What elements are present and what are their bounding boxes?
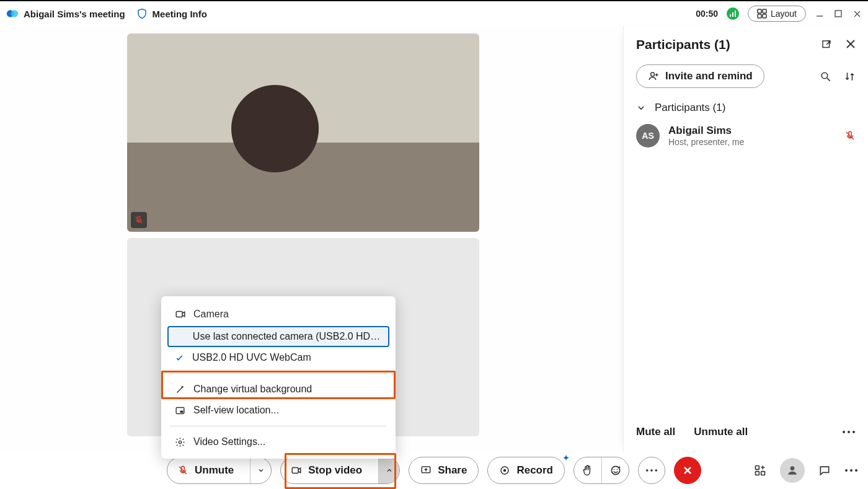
- meeting-info[interactable]: Meeting Info: [136, 8, 207, 19]
- participant-role: Host, presenter, me: [668, 137, 744, 147]
- svg-line-23: [827, 77, 830, 81]
- svg-point-45: [845, 469, 848, 472]
- shield-icon: [136, 8, 148, 19]
- layout-button[interactable]: Layout: [748, 6, 806, 22]
- svg-point-35: [616, 469, 618, 470]
- svg-point-27: [852, 431, 855, 433]
- menu-separator: [170, 373, 387, 374]
- svg-rect-18: [823, 41, 830, 48]
- svg-point-37: [650, 469, 653, 472]
- svg-rect-14: [176, 312, 182, 317]
- emoji-react-icon[interactable]: [601, 457, 629, 483]
- chevron-down-icon: [257, 467, 265, 474]
- share-label: Share: [438, 464, 467, 477]
- svg-rect-5: [758, 9, 761, 13]
- participants-toggle-button[interactable]: [780, 458, 805, 483]
- record-icon: [499, 465, 510, 476]
- chevron-down-icon: [636, 103, 646, 113]
- avatar: AS: [636, 124, 660, 148]
- window-close-icon[interactable]: [852, 9, 862, 19]
- participant-name: Abigail Sims: [668, 125, 744, 137]
- svg-rect-16: [180, 410, 184, 413]
- svg-rect-6: [763, 9, 766, 13]
- svg-point-36: [646, 469, 649, 472]
- titlebar-right: 00:50 Layout: [696, 6, 862, 22]
- person-icon: [786, 464, 799, 477]
- svg-point-17: [179, 441, 181, 443]
- meeting-info-label: Meeting Info: [153, 9, 207, 19]
- gear-icon: [175, 437, 185, 447]
- panel-more-icon[interactable]: [842, 430, 856, 434]
- svg-point-38: [655, 469, 657, 472]
- invite-and-remind-button[interactable]: Invite and remind: [636, 64, 764, 88]
- video-options-chevron[interactable]: [378, 457, 399, 483]
- svg-point-21: [651, 73, 655, 76]
- svg-rect-3: [732, 12, 733, 17]
- title-bar: Abigail Sims's meeting Meeting Info 00:5…: [0, 0, 868, 26]
- close-panel-icon[interactable]: [846, 39, 856, 50]
- participant-row[interactable]: AS Abigail Sims Host, presenter, me: [624, 119, 868, 152]
- self-view-label: Self-view location...: [193, 405, 279, 416]
- apps-icon[interactable]: [754, 464, 766, 477]
- titlebar-left: Abigail Sims's meeting Meeting Info: [6, 7, 207, 20]
- more-options-button[interactable]: [638, 457, 665, 484]
- menu-separator: [170, 426, 387, 426]
- self-video-tile[interactable]: [127, 33, 479, 232]
- participant-mic-muted-icon: [844, 130, 856, 141]
- svg-point-44: [790, 466, 795, 470]
- camera-icon: [291, 465, 302, 476]
- svg-point-25: [843, 431, 845, 433]
- use-last-camera-label: Use last connected camera (USB2.0 HD UV…: [193, 331, 381, 342]
- raise-hand-icon[interactable]: [574, 457, 601, 483]
- picture-in-picture-icon: [175, 405, 185, 416]
- invite-row: Invite and remind: [624, 58, 868, 97]
- check-icon: [175, 353, 184, 363]
- sort-participants-icon[interactable]: [844, 71, 856, 82]
- participants-section-toggle[interactable]: Participants (1): [624, 97, 868, 119]
- menu-camera-device[interactable]: USB2.0 HD UVC WebCam: [161, 347, 396, 368]
- camera-section-header: Camera: [161, 305, 396, 326]
- unmute-button[interactable]: Unmute: [167, 457, 272, 484]
- menu-use-last-camera[interactable]: Use last connected camera (USB2.0 HD UV…: [167, 326, 389, 347]
- invite-label: Invite and remind: [665, 70, 753, 82]
- svg-point-46: [850, 469, 852, 472]
- chevron-up-icon: [386, 467, 393, 474]
- chat-icon[interactable]: [818, 464, 831, 477]
- svg-rect-8: [763, 14, 766, 18]
- panel-title: Participants (1): [636, 37, 730, 52]
- popout-icon[interactable]: [821, 39, 832, 50]
- unmute-all-button[interactable]: Unmute all: [694, 426, 748, 438]
- panel-header: Participants (1): [624, 26, 868, 58]
- svg-rect-29: [293, 468, 299, 474]
- svg-rect-43: [756, 472, 760, 475]
- webex-logo-icon: [6, 7, 19, 20]
- svg-rect-7: [758, 14, 761, 18]
- menu-self-view-location[interactable]: Self-view location...: [161, 400, 396, 421]
- mic-muted-icon: [177, 465, 188, 476]
- mute-all-button[interactable]: Mute all: [636, 426, 675, 438]
- menu-change-virtual-background[interactable]: Change virtual background: [161, 379, 396, 400]
- video-options-menu: Camera Use last connected camera (USB2.0…: [161, 296, 396, 459]
- video-settings-label: Video Settings...: [193, 436, 265, 447]
- stop-video-button[interactable]: Stop video: [280, 457, 400, 484]
- svg-rect-2: [730, 14, 731, 17]
- network-quality-icon[interactable]: [727, 7, 739, 20]
- svg-rect-10: [835, 11, 841, 17]
- end-meeting-button[interactable]: [674, 457, 701, 484]
- svg-point-47: [855, 469, 857, 472]
- reactions-button[interactable]: [574, 457, 629, 484]
- meeting-title[interactable]: Abigail Sims's meeting: [6, 7, 125, 20]
- menu-video-settings[interactable]: Video Settings...: [161, 431, 396, 452]
- window-maximize-icon[interactable]: [833, 9, 843, 19]
- svg-rect-41: [756, 466, 760, 470]
- svg-point-26: [848, 431, 850, 433]
- audio-options-chevron[interactable]: [250, 457, 271, 483]
- share-button[interactable]: Share: [409, 457, 479, 484]
- search-participants-icon[interactable]: [820, 71, 831, 82]
- layout-grid-icon: [757, 9, 767, 19]
- svg-rect-42: [761, 472, 765, 475]
- panel-more-icon[interactable]: [844, 469, 858, 472]
- camera-feed: [127, 33, 479, 232]
- window-minimize-icon[interactable]: [815, 9, 825, 19]
- record-button[interactable]: Record: [487, 457, 565, 484]
